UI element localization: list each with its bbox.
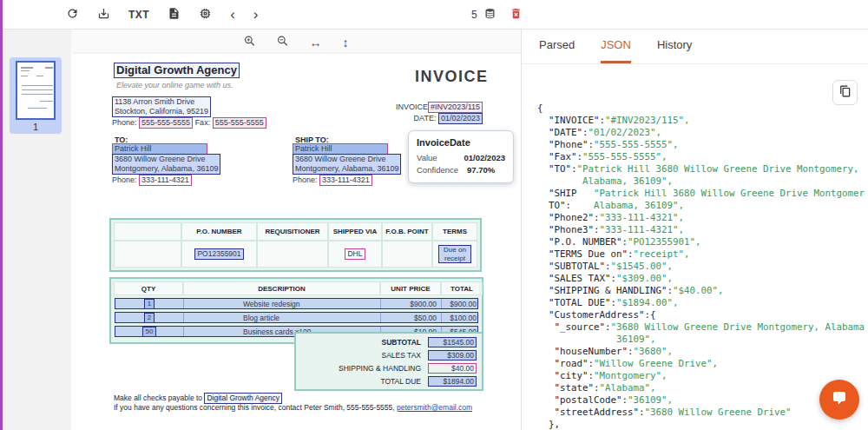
total-value-bbox[interactable]: $309.00: [428, 350, 477, 361]
total-label: SHIPPING & HANDLING: [339, 364, 421, 373]
txt-export-button[interactable]: TXT: [128, 9, 149, 21]
company-phone-bbox[interactable]: 555-555-5555: [139, 117, 193, 129]
totals-body: SUBTOTAL$1545.00SALES TAX$309.00SHIPPING…: [299, 335, 479, 387]
json-line: "CustomerAddress":{: [537, 309, 865, 321]
company-address-bbox[interactable]: 1138 Arron Smith DriveStockton, Californ…: [112, 96, 211, 117]
refresh-button[interactable]: [66, 7, 79, 23]
items-header-cell: QTY: [114, 281, 183, 295]
panel-tabs: ParsedJSONHistory: [522, 30, 868, 64]
tab-parsed[interactable]: Parsed: [539, 38, 575, 63]
zoom-out-icon: [277, 35, 289, 50]
json-line: "Fax":"555-555-5555",: [537, 151, 865, 163]
ship-to-phone-bbox[interactable]: 333-111-4321: [319, 175, 372, 186]
invoice-date-label: DATE:: [414, 114, 437, 122]
qty-bbox[interactable]: 50: [142, 327, 157, 337]
item-row-bbox[interactable]: 1Website redesign$900.00$900.00: [115, 298, 478, 309]
viewer-toolbar: ↔ ↕: [244, 35, 349, 50]
po-value-bbox[interactable]: DHL: [345, 248, 365, 260]
zoom-in-button[interactable]: [244, 35, 256, 50]
credits-count: 5: [471, 9, 477, 21]
json-line: "TOTAL DUE":"$1894.00",: [537, 297, 865, 309]
invoice-date-bbox[interactable]: 01/02/2023: [438, 113, 483, 124]
to-address-bbox[interactable]: 3680 Willow Greene DriveMontgomery, Alab…: [112, 154, 220, 175]
toolbar-right-group: 5: [471, 0, 523, 30]
item-cell: 1: [115, 299, 183, 309]
item-row-bbox[interactable]: 2Blog article$50.00$100.00: [115, 312, 478, 323]
ocr-settings-button[interactable]: [199, 7, 212, 23]
json-line: {: [537, 103, 865, 115]
main-area: 1 ↔ ↕ Digital Growth Agency Elevate your…: [0, 30, 868, 430]
tooltip-confidence-label: Confidence: [417, 164, 467, 176]
invoice-number-label: INVOICE: [396, 103, 428, 111]
fit-width-button[interactable]: ↔: [310, 35, 322, 50]
checks-payable-text: Make all checks payable to: [114, 394, 204, 402]
po-value-bbox[interactable]: PO12355901: [194, 248, 243, 260]
json-line: "SHIP "Patrick Hill 3680 Willow Greene D…: [537, 188, 865, 200]
ship-to-address-bbox[interactable]: 3680 Willow Greene DriveMontgomery, Alab…: [293, 154, 401, 175]
item-cell: 50: [115, 327, 183, 337]
total-value-bbox[interactable]: $1894.00: [428, 376, 477, 387]
copy-button[interactable]: [832, 80, 858, 105]
company-fax-bbox[interactable]: 555-555-5555: [213, 117, 266, 129]
total-value-bbox[interactable]: $1545.00: [428, 337, 477, 347]
po-header-cell: F.O.B. POINT: [382, 222, 432, 241]
payee-bbox[interactable]: Digital Growth Agency: [204, 393, 282, 404]
json-line: Alabama, 36109",: [537, 175, 865, 188]
zoom-out-button[interactable]: [277, 35, 289, 50]
po-value-bbox[interactable]: Due on receipt: [438, 245, 471, 262]
result-panel: ParsedJSONHistory { "INVOICE":"#INV2023/…: [521, 30, 868, 430]
download-button[interactable]: [97, 7, 110, 23]
qty-bbox[interactable]: 2: [144, 313, 155, 323]
qty-bbox[interactable]: 1: [144, 299, 155, 309]
tab-json[interactable]: JSON: [601, 38, 631, 63]
company-name-bbox[interactable]: Digital Growth Agency: [114, 63, 240, 78]
total-value-bbox[interactable]: $40.00: [428, 363, 477, 374]
json-line: "road":"Willow Greene Drive",: [537, 358, 865, 370]
to-phone-label: Phone:: [112, 175, 137, 184]
toolbar-left-group: TXT ‹ ›: [66, 7, 259, 23]
item-cell: $900.00: [380, 299, 441, 309]
json-code[interactable]: { "INVOICE":"#INV2023/115", "DATE":"01/0…: [537, 103, 865, 430]
invoice-page: Digital Growth Agency Elevate your onlin…: [71, 54, 521, 430]
json-line: "SHIPPING & HANDLING":"$40.00",: [537, 285, 865, 297]
purple-edge: [0, 0, 3, 430]
json-line: "_source":"3680 Willow Greene Drive Mont…: [537, 321, 865, 334]
chip-icon: [199, 7, 212, 23]
tab-history[interactable]: History: [657, 38, 692, 63]
thumbnail-preview: [16, 61, 56, 120]
document-export-button[interactable]: [168, 7, 181, 23]
total-label: SUBTOTAL: [382, 338, 422, 347]
json-line: "houseNumber":"3680",: [537, 346, 865, 358]
chat-bubble-button[interactable]: [819, 380, 859, 420]
po-cell: Due on receipt: [432, 241, 477, 268]
prev-page-button[interactable]: ‹: [230, 7, 235, 22]
json-line: "TERMS Due on":"receipt",: [537, 248, 865, 261]
delete-button[interactable]: [510, 7, 523, 23]
po-header-cell: TERMS: [432, 222, 477, 241]
thumbnail-page-number: 1: [16, 120, 56, 133]
json-line: "P.O. NUMBER":"PO12355901",: [537, 236, 865, 248]
po-header-cell: SHIPPED VIA: [328, 222, 382, 241]
items-header-cell: UNIT PRICE: [380, 281, 441, 295]
app: TXT ‹ › 5: [0, 0, 868, 430]
totals-table[interactable]: SUBTOTAL$1545.00SALES TAX$309.00SHIPPING…: [294, 332, 483, 391]
json-line: "Phone":"555-555-5555",: [537, 139, 865, 151]
download-icon: [97, 7, 110, 23]
po-header-cell: [114, 222, 181, 241]
next-page-button[interactable]: ›: [253, 7, 259, 22]
items-header-cell: DESCRIPTION: [183, 281, 380, 295]
json-line: "Phone2":"333-111-4321",: [537, 212, 865, 224]
po-header-cell: P.O. NUMBER: [181, 222, 257, 241]
contact-email-link[interactable]: petersmith@email.com: [397, 403, 472, 412]
item-cell: 2: [115, 313, 183, 323]
po-cell: [382, 241, 432, 268]
to-phone-bbox[interactable]: 333-111-4321: [139, 175, 192, 186]
page-thumbnail[interactable]: 1: [10, 57, 62, 134]
refresh-icon: [66, 7, 79, 23]
fit-height-button[interactable]: ↕: [343, 35, 349, 50]
tooltip-title: InvoiceDate: [417, 137, 505, 148]
item-cell: $50.00: [380, 313, 441, 323]
po-table[interactable]: P.O. NUMBERREQUISITIONERSHIPPED VIAF.O.B…: [109, 218, 482, 272]
json-line: "INVOICE":"#INV2023/115",: [537, 115, 865, 127]
invoice-number-bbox[interactable]: #INV2023/115: [428, 102, 483, 113]
